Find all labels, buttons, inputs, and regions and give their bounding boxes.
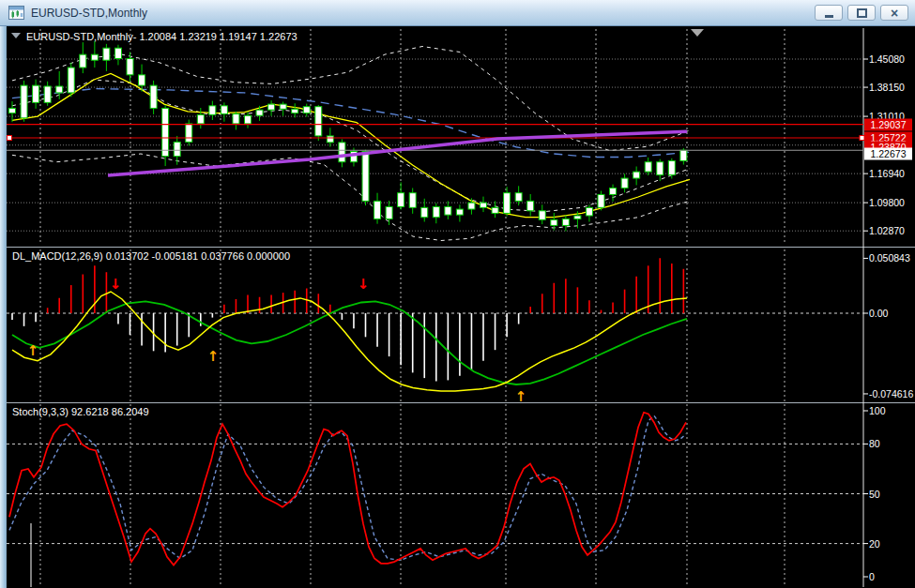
candle-body xyxy=(421,207,428,217)
candle-body xyxy=(44,86,51,102)
candle-body xyxy=(527,201,534,210)
candle-body xyxy=(574,216,581,219)
candle-body xyxy=(327,136,333,143)
minimize-icon xyxy=(825,15,833,18)
macd-header: DL_MACD(12,26,9) 0.013702 -0.005181 0.03… xyxy=(12,250,290,262)
stoch-axis-label: 20 xyxy=(869,538,880,550)
candle-body xyxy=(468,203,475,209)
candle-body xyxy=(174,142,180,156)
candle-body xyxy=(374,201,381,219)
main-chart-header: EURUSD-STD,Monthly- 1.20084 1.23219 1.19… xyxy=(26,31,297,42)
candle-body xyxy=(139,75,145,85)
chart-window-icon xyxy=(8,6,24,20)
price-axis-label: 1.16940 xyxy=(869,168,905,179)
candle-body xyxy=(610,188,617,194)
sell-signal-arrow-icon: ↓ xyxy=(358,276,370,293)
candle-body xyxy=(445,206,451,215)
price-axis-label: 1.38150 xyxy=(869,82,905,93)
candle-body xyxy=(91,54,98,60)
candle-body xyxy=(586,207,592,216)
candle-body xyxy=(221,106,227,114)
candle-body xyxy=(551,219,557,225)
candle-body xyxy=(633,172,640,178)
buy-signal-arrow-icon: ↑ xyxy=(515,388,527,405)
candle-body xyxy=(433,206,439,217)
candle-body xyxy=(9,108,16,113)
close-button[interactable]: × xyxy=(880,5,908,21)
candle-body xyxy=(233,114,239,124)
candle-body xyxy=(197,114,204,124)
stoch-axis-label: 50 xyxy=(869,489,880,500)
candle-body xyxy=(480,203,487,207)
candle-body xyxy=(150,85,157,108)
candle-body xyxy=(80,54,86,68)
candle-body xyxy=(68,68,74,93)
chart-window: EURUSD-STD,Monthly × ↑↓↑↓↑ EURUSD-STD,Mo… xyxy=(0,0,915,588)
candle-body xyxy=(280,104,286,109)
candle-body xyxy=(598,194,604,207)
candle-body xyxy=(680,150,687,160)
candle-body xyxy=(386,206,392,219)
title-bar[interactable]: EURUSD-STD,Monthly × xyxy=(0,0,915,26)
macd-axis-label: 0.00 xyxy=(869,308,888,319)
candle-body xyxy=(21,85,27,118)
candle-body xyxy=(456,209,463,215)
sell-signal-arrow-icon: ↓ xyxy=(110,276,122,293)
stoch-axis-label: 80 xyxy=(869,438,880,449)
candle-body xyxy=(303,107,310,113)
close-icon: × xyxy=(891,7,898,20)
candle-body xyxy=(515,193,522,202)
buy-signal-arrow-icon: ↑ xyxy=(27,342,39,359)
candle-body xyxy=(315,107,322,136)
candle-body xyxy=(668,160,675,174)
candle-body xyxy=(245,115,252,124)
candle-body xyxy=(33,85,39,102)
candle-body xyxy=(209,106,216,115)
bollinger-lower-line xyxy=(12,154,690,241)
candle-body xyxy=(562,219,569,225)
candle-body xyxy=(398,193,404,207)
candle-body xyxy=(114,48,121,58)
macd-axis-label: -0.074616 xyxy=(869,388,913,400)
candle-body xyxy=(339,143,345,162)
current-price-tag: 1.22673 xyxy=(864,148,912,160)
candle-body xyxy=(103,48,110,60)
level-price-tag: 1.29037 xyxy=(864,119,912,131)
collapse-chart-icon[interactable] xyxy=(11,33,21,38)
candle-body xyxy=(492,207,498,213)
trendline-anchor-marker[interactable] xyxy=(8,136,12,141)
candle-body xyxy=(362,151,369,201)
candle-body xyxy=(268,104,275,110)
buy-signal-arrow-icon: ↑ xyxy=(207,348,220,365)
stoch-main-line xyxy=(9,413,686,565)
candle-body xyxy=(292,109,298,113)
stoch-header: Stoch(9,3,3) 92.6218 86.2049 xyxy=(12,406,149,417)
blue-ma-line xyxy=(12,89,690,158)
chart-shift-triangle-icon[interactable] xyxy=(691,29,704,37)
price-axis-label: 1.45080 xyxy=(869,53,905,65)
candle-body xyxy=(657,162,663,175)
stoch-axis-label: 100 xyxy=(869,405,886,416)
price-axis-label: 1.09800 xyxy=(869,197,905,208)
chart-canvas[interactable]: ↑↓↑↓↑ xyxy=(0,26,915,588)
minimize-button[interactable] xyxy=(815,5,843,21)
window-controls: × xyxy=(815,5,908,21)
candle-body xyxy=(409,193,416,208)
candle-body xyxy=(127,58,133,74)
candle-body xyxy=(645,162,651,172)
candle-body xyxy=(256,110,263,115)
candle-body xyxy=(539,211,545,220)
bollinger-middle-line xyxy=(12,80,690,212)
price-axis-label: 1.02870 xyxy=(869,225,905,236)
restore-icon xyxy=(857,8,867,18)
candle-body xyxy=(186,124,192,143)
candle-body xyxy=(56,86,63,93)
candle-body xyxy=(162,108,169,156)
stoch-axis-label: 0 xyxy=(869,571,875,582)
window-frame-left xyxy=(0,26,7,588)
macd-axis-label: 0.050843 xyxy=(869,252,910,264)
restore-button[interactable] xyxy=(847,5,876,21)
candle-body xyxy=(504,193,511,214)
candle-body xyxy=(621,178,628,188)
window-title: EURUSD-STD,Monthly xyxy=(31,7,147,20)
